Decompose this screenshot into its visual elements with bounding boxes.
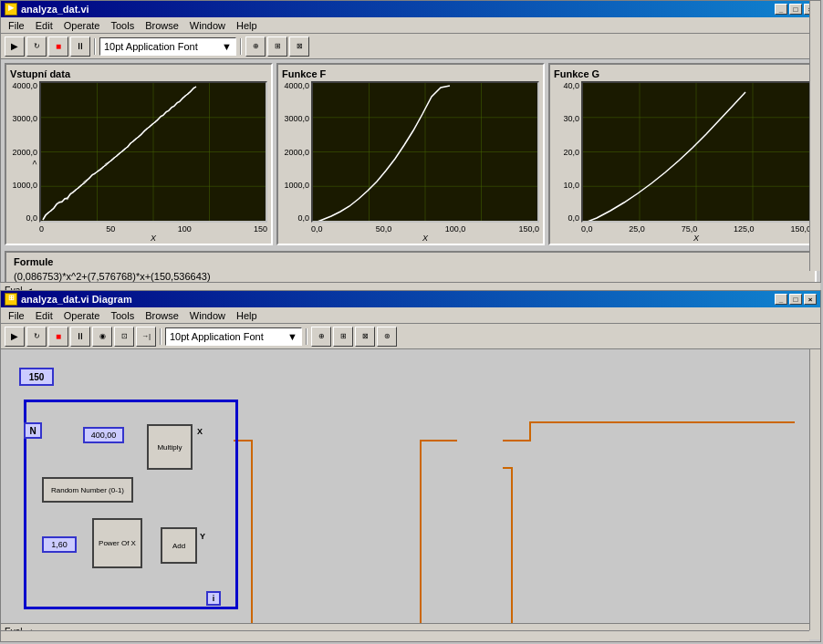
diag-toolbar-sep2	[306, 328, 307, 345]
diag-menu-browse[interactable]: Browse	[140, 309, 184, 322]
diag-menu-operate[interactable]: Operate	[58, 309, 106, 322]
diag-zoom-btn[interactable]: ⊕	[311, 327, 331, 347]
power-of-x-block[interactable]: Power Of X	[92, 518, 142, 568]
charts-row: Vstupní data 4000,0 3000,0 2000,0 1000,0…	[5, 63, 817, 245]
diag-font-selector-arrow: ▼	[287, 331, 297, 342]
abort-button[interactable]: ■	[48, 36, 68, 57]
chart-area-vstupni	[39, 81, 267, 223]
n400-control[interactable]: 400,00	[83, 427, 124, 443]
diag-close-button[interactable]: ×	[804, 294, 817, 305]
x-label-f-0: 0,0	[311, 224, 323, 234]
menu-file[interactable]: File	[3, 19, 30, 32]
formula-label: Formule	[14, 256, 807, 267]
diagram-app-icon: ⊞	[5, 293, 17, 306]
diagram-content: 150 N i 400,00 Multiply X	[1, 349, 820, 641]
menu-operate[interactable]: Operate	[58, 19, 106, 32]
add-block[interactable]: Add	[161, 527, 197, 564]
menu-edit[interactable]: Edit	[30, 19, 58, 32]
diag-font-selector[interactable]: 10pt Application Font ▼	[165, 327, 302, 346]
y-label-diag: Y	[200, 532, 205, 541]
app-icon: ▶	[5, 3, 17, 16]
minimize-button[interactable]: _	[775, 4, 787, 15]
diag-light-button[interactable]: ◉	[92, 327, 112, 347]
n150-control[interactable]: 150	[19, 368, 54, 386]
chart-funkce-g: Funkce G 40,0 30,0 20,0 10,0 0,0	[548, 63, 817, 245]
menu-tools[interactable]: Tools	[105, 19, 140, 32]
toolbar-sep2	[240, 38, 242, 55]
diag-abort-button[interactable]: ■	[48, 327, 68, 347]
zoom-btn[interactable]: ⊕	[245, 36, 266, 57]
diagram-title-bar[interactable]: ⊞ analyza_dat.vi Diagram _ □ ×	[1, 291, 820, 307]
y-label-4: 0,0	[10, 213, 37, 223]
y-label-f-2: 2000,0	[282, 148, 309, 157]
font-selector-text: 10pt Application Font	[104, 41, 198, 52]
diag-toolbar-sep1	[160, 328, 161, 345]
diag-align-btn[interactable]: ⊞	[333, 327, 353, 347]
menu-help[interactable]: Help	[231, 19, 263, 32]
x-label-g-1: 25,0	[629, 224, 645, 234]
x-label-g-4: 150,0	[790, 224, 811, 234]
diag-camera-button[interactable]: ⊡	[114, 327, 134, 347]
y-label-2: 2000,0	[10, 148, 37, 157]
y-label-g-4: 0,0	[554, 213, 579, 223]
x-label-f-1: 50,0	[376, 224, 392, 234]
align-btn[interactable]: ⊞	[267, 36, 287, 57]
x-axis-label-g: X	[581, 234, 811, 243]
diagram-canvas[interactable]: 150 N i 400,00 Multiply X	[1, 349, 820, 623]
formula-section: Formule (0,086753)*x^2+(7,576768)*x+(150…	[5, 251, 817, 282]
diag-menu-window[interactable]: Window	[184, 309, 231, 322]
front-panel-toolbar: ▶ ↻ ■ ⏸ 10pt Application Font ▼ ⊕ ⊞ ⊠	[1, 34, 820, 59]
front-panel-title: analyza_dat.vi	[21, 4, 89, 15]
multiply-block[interactable]: Multiply	[147, 424, 193, 470]
dist-btn[interactable]: ⊠	[289, 36, 309, 57]
front-panel-window: ▶ analyza_dat.vi _ □ × File Edit Operate…	[0, 0, 821, 283]
run-button[interactable]: ▶	[5, 36, 25, 57]
diag-minimize-button[interactable]: _	[775, 294, 787, 305]
y-label-f-3: 1000,0	[282, 181, 309, 190]
diag-run-button[interactable]: ▶	[5, 327, 25, 347]
for-loop	[24, 400, 238, 609]
menu-window[interactable]: Window	[184, 19, 231, 32]
x-label-vstupni-3: 150	[254, 224, 267, 234]
maximize-button[interactable]: □	[789, 4, 802, 15]
diag-step-button[interactable]: →|	[136, 327, 156, 347]
x-label-f-3: 150,0	[518, 224, 539, 234]
diag-run-cont-button[interactable]: ↻	[26, 327, 47, 347]
diag-menu-tools[interactable]: Tools	[105, 309, 140, 322]
y-label-f-0: 4000,0	[282, 81, 309, 90]
pause-button[interactable]: ⏸	[70, 36, 90, 57]
diag-pause-button[interactable]: ⏸	[70, 327, 90, 347]
random-number-block[interactable]: Random Number (0-1)	[42, 477, 133, 503]
y-label-f-4: 0,0	[282, 213, 309, 223]
y-label-g-2: 20,0	[554, 148, 579, 157]
font-selector[interactable]: 10pt Application Font ▼	[99, 37, 236, 56]
run-cont-button[interactable]: ↻	[26, 36, 47, 57]
diag-menu-help[interactable]: Help	[231, 309, 263, 322]
front-panel-title-bar[interactable]: ▶ analyza_dat.vi _ □ ×	[1, 1, 820, 17]
menu-browse[interactable]: Browse	[140, 19, 184, 32]
x-label-vstupni-2: 100	[178, 224, 192, 234]
y-label-g-0: 40,0	[554, 81, 579, 90]
diag-extra-btn[interactable]: ⊛	[377, 327, 397, 347]
front-panel-content: Vstupní data 4000,0 3000,0 2000,0 1000,0…	[1, 59, 820, 282]
front-panel-scrollbar-v[interactable]	[809, 1, 820, 271]
x-label-g-2: 75,0	[682, 224, 698, 234]
diag-menu-edit[interactable]: Edit	[30, 309, 58, 322]
chart-svg-vstupni	[41, 83, 266, 221]
diagram-scrollbar-h[interactable]	[1, 630, 809, 641]
i-terminal[interactable]: i	[206, 591, 221, 606]
diagram-window: ⊞ analyza_dat.vi Diagram _ □ × File Edit…	[0, 290, 821, 642]
y-label-1: 3000,0	[10, 114, 37, 123]
y-label-g-3: 10,0	[554, 181, 579, 190]
y-label-0: 4000,0	[10, 81, 37, 90]
n160-control[interactable]: 1,60	[42, 536, 77, 553]
diagram-scrollbar-v[interactable]	[809, 349, 820, 630]
chart-area-funkce-g	[581, 81, 811, 223]
diag-menu-file[interactable]: File	[3, 309, 30, 322]
y-label-f-1: 3000,0	[282, 114, 309, 123]
diag-maximize-button[interactable]: □	[789, 294, 802, 305]
diag-dist-btn[interactable]: ⊠	[355, 327, 375, 347]
n-terminal[interactable]: N	[24, 422, 42, 439]
chart-funkce-f: Funkce F 4000,0 3000,0 2000,0 1000,0 0,0	[276, 63, 545, 245]
chart-svg-funkce-f	[313, 83, 537, 221]
